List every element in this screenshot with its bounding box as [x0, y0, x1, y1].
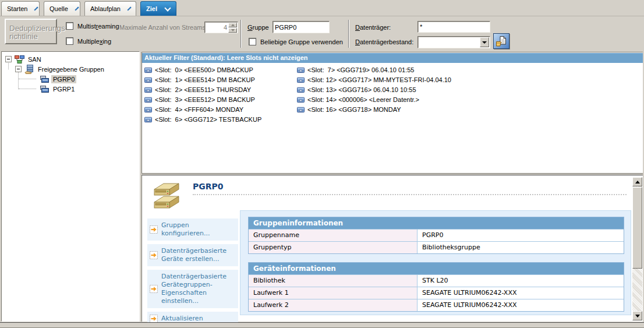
tab-quelle[interactable]: Quelle: [44, 1, 80, 16]
collapse-expander-icon[interactable]: [5, 56, 12, 62]
link-label: Gruppen konfigurieren...: [161, 221, 236, 238]
slot-label: <Slot: 14> <000006> <Leerer Datentr.>: [307, 96, 419, 103]
details-panel: PGRP0 Gruppen konfigurieren... Datenträg…: [141, 175, 643, 322]
tape-cassette-icon: [144, 116, 153, 123]
dedup-policy-button[interactable]: Deduplizierungs- richtlinie: [5, 19, 57, 44]
slot-item[interactable]: <Slot: 16> <GGG718> MONDAY: [296, 104, 401, 114]
slot-item[interactable]: <Slot: 4> <FFF604> MONDAY: [144, 104, 243, 114]
bottom-strip: [0, 322, 644, 328]
geraeteinformationen-table: Geräteinformationen Bibliothek STK L20 L…: [248, 262, 624, 312]
slot-item[interactable]: <Slot: 0> <EEE500> DMBACKUP: [144, 65, 253, 75]
slot-label: <Slot: 0> <EEE500> DMBACKUP: [155, 66, 253, 73]
tree-node-pgrp0[interactable]: PGRP0: [37, 74, 76, 84]
shared-groups-icon: [24, 65, 34, 74]
tree-node-san[interactable]: SAN: [5, 54, 43, 64]
multistreaming-label: Multistreaming: [77, 23, 119, 30]
tree-node-shared-groups[interactable]: Freigegebene Gruppen: [15, 64, 106, 74]
slot-label: <Slot: 6> <GGG712> TESTBACKUP: [155, 116, 261, 123]
tape-cassette-icon: [144, 96, 153, 103]
tape-cassette-icon: [296, 86, 305, 93]
spinner-up-button[interactable]: [228, 23, 237, 27]
tree-node-label: PGRP1: [51, 85, 76, 93]
media-vault-button[interactable]: [493, 33, 509, 49]
row-label: Bibliothek: [249, 275, 417, 287]
tape-cassette-icon: [296, 96, 305, 103]
tape-group-icon: [40, 75, 49, 84]
slot-label: <Slot: 4> <FFF604> MONDAY: [155, 106, 243, 113]
multistreaming-checkbox[interactable]: [66, 22, 73, 30]
slot-label: <Slot: 2> <EEE511> THURSDAY: [155, 86, 251, 93]
slot-item[interactable]: <Slot: 14> <000006> <Leerer Datentr.>: [296, 94, 419, 104]
tab-label: Starten: [7, 5, 27, 12]
slot-label: <Slot: 13> <GGG716> 06.04.10 10:55: [307, 86, 416, 93]
slot-item[interactable]: <Slot: 12> <GGG717> MM-MYTEST-FRI-04.04.…: [296, 75, 451, 84]
san-network-icon: [15, 55, 24, 64]
link-label: Datenträgerbasierte Geräte erstellen...: [161, 247, 236, 263]
tree-node-pgrp1[interactable]: PGRP1: [37, 84, 76, 94]
toolbar-separator: [348, 20, 349, 48]
multiplexing-checkbox[interactable]: [66, 37, 73, 45]
slot-label: <Slot: 1> <EEE514> DM BACKUP: [155, 76, 255, 83]
row-value: SEAGATE ULTRIUM06242-XXX: [417, 287, 624, 299]
dedup-button-line1: Deduplizierungs-: [9, 24, 68, 33]
tab-ablaufplan[interactable]: Ablaufplan: [84, 1, 136, 16]
scrollbar-thumb[interactable]: [632, 187, 642, 269]
tab-ziel[interactable]: Ziel: [140, 1, 176, 16]
table-row: Laufwerk 2 SEAGATE ULTRIUM06242-XXX: [249, 299, 624, 311]
collapse-expander-icon[interactable]: [15, 66, 22, 72]
tape-cassette-icon: [144, 106, 153, 113]
tab-starten[interactable]: Starten: [1, 1, 40, 16]
filter-header: Aktueller Filter (Standard): Leere Slots…: [142, 53, 643, 63]
slot-label: <Slot: 3> <EEE512> DM BACKUP: [155, 96, 255, 103]
orange-arrow-icon: [150, 251, 158, 259]
row-value: SEAGATE ULTRIUM06242-XXX: [417, 299, 624, 311]
tape-cassette-icon: [296, 76, 305, 83]
row-label: Laufwerk 2: [249, 299, 417, 311]
triangle-down-icon: [482, 41, 487, 44]
vertical-scrollbar[interactable]: [632, 177, 642, 320]
datentraegerbestand-select[interactable]: [417, 36, 490, 48]
triangle-up-icon: [231, 24, 235, 26]
link-gruppen-eigenschaften[interactable]: Datenträgerbasierte Gerätegruppen-Eigens…: [147, 270, 238, 308]
beliebige-gruppe-checkbox[interactable]: [249, 38, 256, 45]
slot-item[interactable]: <Slot: 6> <GGG712> TESTBACKUP: [144, 114, 261, 124]
multiplexing-label: Multiplexing: [77, 38, 111, 45]
row-value: STK L20: [417, 275, 624, 287]
slot-item[interactable]: <Slot: 3> <EEE512> DM BACKUP: [144, 94, 255, 104]
slot-item[interactable]: <Slot: 2> <EEE511> THURSDAY: [144, 84, 251, 94]
table-row: Laufwerk 1 SEAGATE ULTRIUM06242-XXX: [249, 287, 624, 299]
datentraeger-input[interactable]: [417, 21, 490, 33]
row-label: Gruppentyp: [249, 242, 417, 253]
tape-cassette-icon: [144, 66, 153, 73]
chevron-right-icon: [127, 6, 131, 10]
tree-node-label: SAN: [26, 55, 43, 64]
properties-tables: Gruppeninformationen Gruppenname PGRP0 G…: [240, 210, 631, 315]
slot-item[interactable]: <Slot: 13> <GGG716> 06.04.10 10:55: [296, 84, 416, 94]
gruppe-input[interactable]: [273, 21, 330, 33]
spinner-down-button[interactable]: [228, 28, 237, 33]
row-value: Bibliotheksgruppe: [417, 242, 624, 253]
link-gruppen-konfigurieren[interactable]: Gruppen konfigurieren...: [147, 218, 238, 241]
spinner-buttons: [228, 23, 237, 33]
slot-item[interactable]: <Slot: 1> <EEE514> DM BACKUP: [144, 75, 255, 84]
link-geraete-erstellen[interactable]: Datenträgerbasierte Geräte erstellen...: [147, 244, 238, 266]
gruppe-label: Gruppe: [247, 24, 269, 31]
combo-dropdown-button[interactable]: [480, 37, 489, 47]
triangle-down-icon: [231, 29, 235, 31]
max-streams-spinner[interactable]: 4: [204, 22, 238, 33]
scroll-down-button[interactable]: [632, 311, 642, 320]
orange-arrow-icon: [150, 225, 158, 234]
tape-cassette-icon: [144, 76, 153, 83]
link-label: Datenträgerbasierte Gerätegruppen-Eigens…: [161, 273, 236, 305]
tab-label: Ablaufplan: [90, 5, 121, 12]
dedup-button-line2: richtlinie: [9, 32, 38, 41]
beliebige-gruppe-label: Beliebige Gruppe verwenden: [260, 38, 343, 45]
device-tree-panel: SAN Freigegebene Gruppen PGRP0 PGRP1: [1, 51, 140, 322]
table-row: Gruppenname PGRP0: [249, 229, 624, 241]
folder-document-icon: [496, 36, 507, 47]
datentraegerbestand-label: Datenträgerbestand:: [355, 38, 413, 45]
slot-item[interactable]: <Slot: 7> <GGG719> 06.04.10 01:55: [296, 65, 414, 75]
table-row: Bibliothek STK L20: [249, 274, 624, 287]
table-header: Geräteinformationen: [249, 263, 624, 274]
scroll-up-button[interactable]: [632, 177, 642, 186]
